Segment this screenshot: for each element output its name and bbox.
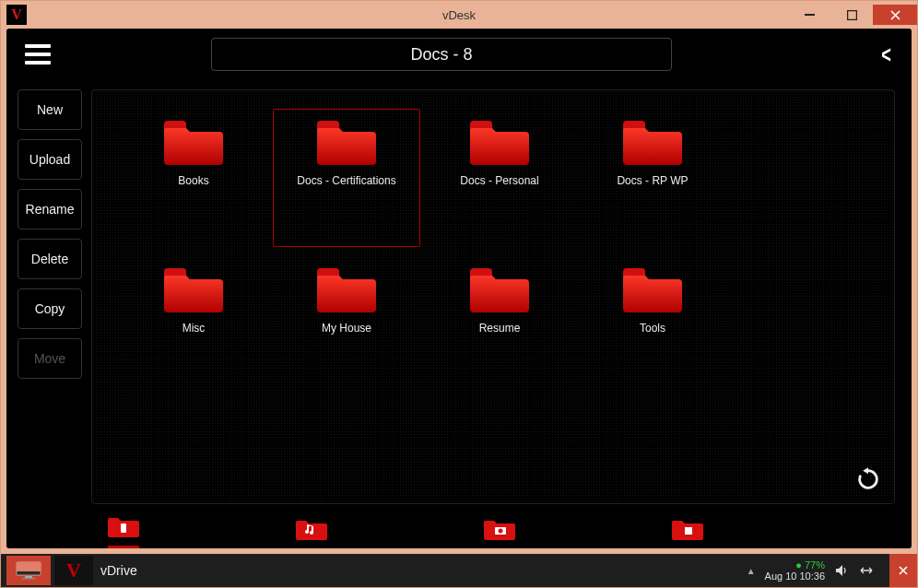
delete-button[interactable]: Delete [18, 239, 82, 279]
svg-rect-2 [121, 523, 126, 533]
clock: Aug 10 10:36 [765, 570, 825, 582]
app-icon: V [6, 5, 27, 25]
folder-icon [623, 266, 682, 314]
maximize-button[interactable] [830, 5, 873, 25]
copy-button[interactable]: Copy [18, 288, 82, 329]
bottom-tabs [6, 504, 912, 548]
back-button[interactable]: < [881, 41, 891, 69]
system-tray: ▲ ● 77% Aug 10 10:36 [747, 554, 917, 587]
folder-item[interactable]: Books [120, 109, 267, 247]
folder-label: My House [322, 322, 371, 335]
folder-item[interactable]: Resume [426, 256, 573, 394]
folder-icon [164, 266, 223, 314]
tab-music[interactable] [296, 517, 327, 548]
taskbar-app-icon[interactable]: V [54, 556, 93, 585]
document-folder-icon [108, 514, 139, 538]
folder-label: Docs - Personal [460, 174, 538, 187]
music-folder-icon [296, 517, 327, 541]
body-row: New Upload Rename Delete Copy Move Books [6, 80, 912, 504]
folder-item[interactable]: Docs - Certifications [273, 109, 420, 247]
folder-grid: Books Docs - Certifications [92, 90, 894, 413]
close-button[interactable] [873, 5, 917, 25]
battery-status[interactable]: ● 77% Aug 10 10:36 [765, 559, 825, 582]
folder-label: Misc [182, 322, 206, 335]
tray-caret-icon[interactable]: ▲ [747, 566, 756, 576]
tab-photos[interactable] [484, 517, 515, 548]
svg-rect-11 [22, 578, 35, 580]
rename-button[interactable]: Rename [18, 189, 82, 229]
folder-icon [317, 266, 376, 314]
folder-label: Resume [479, 322, 521, 335]
folder-item[interactable]: Docs - RP WP [579, 109, 726, 247]
volume-icon[interactable] [834, 563, 849, 578]
tab-documents[interactable] [108, 514, 139, 548]
topbar: Docs - 8 < [6, 29, 912, 80]
folder-label: Docs - Certifications [297, 174, 395, 187]
svg-rect-0 [805, 14, 815, 16]
desktop-icon [16, 561, 41, 580]
start-button[interactable] [6, 556, 51, 585]
svg-rect-7 [692, 527, 694, 535]
new-button[interactable]: New [18, 89, 82, 130]
folder-label: Books [178, 174, 208, 187]
folder-label: Docs - RP WP [617, 174, 688, 187]
folder-label: Tools [640, 322, 665, 335]
folder-item[interactable]: Docs - Personal [426, 109, 573, 247]
taskbar-app-label[interactable]: vDrive [100, 563, 137, 578]
titlebar[interactable]: V vDesk [1, 1, 917, 29]
folder-item[interactable]: My House [273, 256, 420, 394]
svg-point-4 [499, 529, 503, 534]
taskbar: V vDrive ▲ ● 77% Aug 10 10:36 [1, 554, 917, 587]
menu-icon[interactable] [25, 44, 51, 65]
tab-videos[interactable] [672, 517, 703, 548]
window-frame: V vDesk Docs - 8 < New Upload [0, 0, 918, 588]
sidebar: New Upload Rename Delete Copy Move [6, 80, 91, 504]
window-title: vDesk [1, 8, 917, 22]
folder-item[interactable]: Misc [120, 256, 267, 394]
folder-icon [623, 119, 682, 167]
window-controls [788, 5, 917, 25]
tray-close-button[interactable] [889, 554, 917, 587]
folder-icon [317, 119, 376, 167]
folder-icon [470, 119, 529, 167]
folder-item[interactable]: Tools [579, 256, 726, 394]
upload-button[interactable]: Upload [18, 139, 82, 180]
content-pane[interactable]: Books Docs - Certifications [91, 89, 895, 504]
folder-icon [470, 266, 529, 314]
camera-folder-icon [484, 517, 515, 541]
battery-pct: ● 77% [795, 559, 825, 570]
minimize-button[interactable] [788, 5, 830, 25]
refresh-button[interactable] [855, 466, 881, 492]
move-button[interactable]: Move [18, 338, 82, 379]
expand-icon[interactable] [858, 563, 875, 578]
breadcrumb[interactable]: Docs - 8 [211, 38, 672, 71]
svg-rect-10 [25, 576, 32, 578]
video-folder-icon [672, 517, 703, 541]
svg-rect-1 [847, 10, 856, 19]
svg-rect-6 [683, 527, 685, 535]
folder-icon [164, 119, 223, 167]
svg-rect-9 [17, 562, 41, 571]
app-body: Docs - 8 < New Upload Rename Delete Copy… [6, 29, 912, 548]
